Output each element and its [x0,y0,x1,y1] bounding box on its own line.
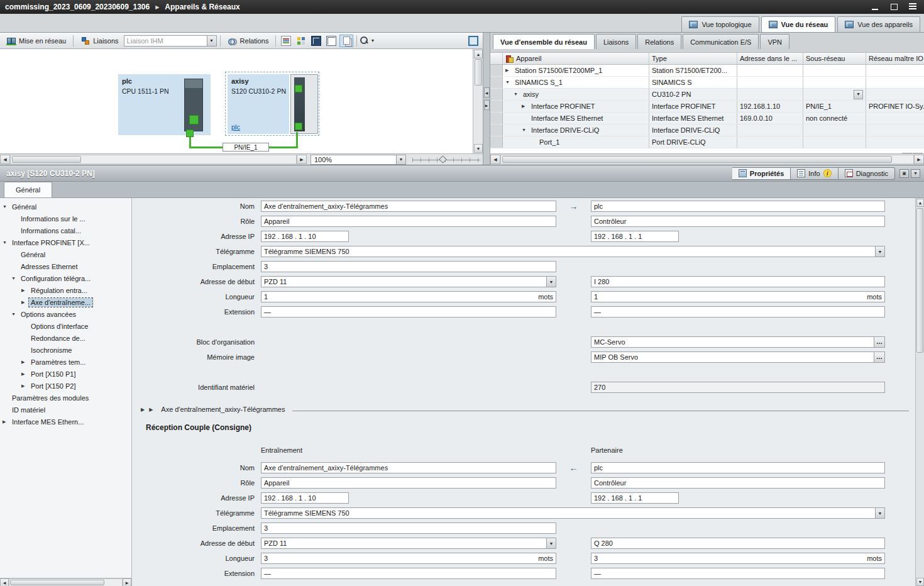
io-master-cell[interactable] [866,124,924,136]
inspector-tab[interactable]: Propriétés i [732,167,791,180]
tree-item[interactable]: Options d'interface [0,320,131,332]
zoom-button[interactable]: ▼ [360,35,374,47]
breadcrumb-project[interactable]: commissing_2023_0609_20230609_1306 [5,3,150,11]
role-input[interactable]: Appareil [261,216,556,227]
emplacement-input[interactable]: 3 [261,261,556,272]
connection-type-combobox[interactable]: Liaison IHM [124,35,217,47]
table-row[interactable]: ▶ Interface PROFINET Interface PROFINET … [490,101,924,113]
collapse-panel-icon[interactable]: ▼ [911,169,920,178]
collapse-left-button[interactable]: ◀ [484,87,490,97]
chevron-down-icon[interactable] [875,508,884,518]
table-row[interactable]: ▼ SINAMICS S_1 SINAMICS S ▼ [490,77,924,89]
zoom-level-combobox[interactable]: 100% [311,155,406,165]
canvas-vertical-scrollbar[interactable]: ▲ ▼ [473,49,483,153]
expander-icon[interactable]: ▶ [3,419,10,424]
device-type-cell[interactable]: SINAMICS S [649,77,737,88]
io-master-cell[interactable] [866,113,924,124]
view-tab[interactable]: Vue du réseau [761,16,836,32]
subnet-cell[interactable]: PN/IE_1 ▼ [803,101,866,112]
breadcrumb-page[interactable]: Appareils & Réseaux [165,3,239,11]
scrollbar-track[interactable] [9,578,123,586]
subnet-dropdown-button[interactable]: ▼ [854,90,863,99]
device-type-cell[interactable]: Interface PROFINET [649,101,737,112]
adresse-debut-combobox[interactable]: PZD 11 [261,276,556,287]
network-mode-button[interactable]: Mise en réseau [3,35,70,47]
scroll-right-button[interactable]: ▶ [297,155,307,164]
scrollbar-track[interactable] [10,155,297,164]
tree-item[interactable]: ▶ Régulation entra... [0,284,131,296]
minimize-icon[interactable] [871,3,880,11]
plc-profinet-port[interactable] [186,130,194,137]
partner-nom-input[interactable]: plc [591,462,885,473]
tab-general[interactable]: Général [4,182,52,197]
tree-item[interactable]: Général [0,248,131,260]
tree-item[interactable]: ▶ Paramètres tem... [0,356,131,368]
emplacement-input[interactable]: 3 [261,522,556,534]
inspector-tab[interactable]: Diagnostic i [839,167,895,180]
network-canvas[interactable]: plc CPU 1511-1 PN axisy S120 CU310-2 PN … [0,49,473,153]
expander-icon[interactable]: ▶ [21,372,29,377]
inspector-tab[interactable]: Info i [791,167,838,180]
device-type-cell[interactable]: Interface DRIVE-CLiQ [649,124,737,136]
tree-item[interactable]: ▶ Interface MES Ethern... [0,416,131,428]
io-master-cell[interactable] [866,77,924,88]
device-name-cell[interactable]: ▶ Station S71500/ET200MP_1 [503,65,649,76]
table-view-button[interactable] [309,35,323,47]
row-indicator[interactable] [490,101,503,112]
grid-view-button[interactable] [324,35,338,47]
row-indicator[interactable] [490,124,503,136]
device-name-cell[interactable]: ▼ Interface DRIVE-CLiQ [503,124,649,136]
partner-ip-address-input[interactable]: 192 . 168 . 1 . 1 [591,231,679,242]
scrollbar-handle[interactable] [12,156,81,163]
device-axisy[interactable]: axisy S120 CU310-2 PN plc [228,74,289,134]
table-row[interactable]: Port_1 Port DRIVE-CLiQ ▼ [490,136,924,148]
address-cell[interactable] [737,124,803,136]
column-header-adresse[interactable]: Adresse dans le ... [737,53,803,64]
longueur-input[interactable]: 3mots [261,553,556,564]
scroll-left-button[interactable]: ◀ [0,155,10,164]
axisy-port-top[interactable] [295,85,302,92]
address-cell[interactable] [737,89,803,100]
bloc-organisation-input[interactable]: MC-Servo [591,336,885,348]
io-master-cell[interactable] [866,65,924,76]
subnet-cell[interactable]: ▼ [803,89,866,100]
row-indicator[interactable] [490,89,503,100]
partner-longueur-input[interactable]: 1mots [591,291,885,302]
chevron-down-icon[interactable] [546,277,556,287]
chevron-right-icon[interactable]: ▶ [141,407,145,412]
column-header-sous-reseau[interactable]: Sous-réseau [803,53,866,64]
overview-tab[interactable]: Relations [637,34,681,49]
scroll-left-button[interactable]: ◀ [0,578,9,586]
scrollbar-handle[interactable] [475,59,482,86]
expander-icon[interactable]: ▼ [514,89,521,100]
row-indicator[interactable] [490,113,503,124]
subnet-cell[interactable]: ▼ [803,124,866,136]
collapse-right-button[interactable]: ▶ [484,100,490,110]
tree-item[interactable]: Paramètres des modules [0,392,131,404]
ip-address-input[interactable]: 192 . 168 . 1 . 10 [261,492,349,504]
scroll-up-button[interactable]: ▲ [916,199,924,207]
device-type-cell[interactable]: Station S71500/ET200... [649,65,737,76]
plc-device-image[interactable] [184,79,203,131]
relations-mode-button[interactable]: Relations [224,35,273,47]
partner-adresse-debut-input[interactable]: Q 280 [591,538,885,549]
tree-item[interactable]: ▼ Interface PROFINET [X... [0,236,131,248]
device-name[interactable]: axisy [228,74,289,85]
telegramme-combobox[interactable]: Télégramme SIEMENS 750 [261,246,885,257]
tree-item[interactable]: ▶ Port [X150 P2] [0,380,131,392]
expander-icon[interactable]: ▼ [11,276,19,280]
table-row[interactable]: ▼ axisy CU310-2 PN ▼ [490,89,924,101]
partner-role-input[interactable]: Contrôleur [591,216,885,227]
connections-mode-button[interactable]: Liaisons [77,35,122,47]
column-header-reseau-maitre[interactable]: Réseau maître IO [866,53,924,64]
scroll-right-button[interactable]: ▶ [123,578,131,586]
scrollbar-handle[interactable] [502,156,892,163]
menu-icon[interactable] [909,3,916,11]
device-name-cell[interactable]: ▼ SINAMICS S_1 [503,77,649,88]
scroll-right-button[interactable]: ▶ [914,155,924,164]
axisy-port-bottom[interactable] [295,123,302,130]
nom-input[interactable]: Axe d'entraînement_axixy-Télégrammes [261,462,556,473]
subnet-label[interactable]: PN/IE_1 [223,143,269,152]
restore-icon[interactable] [890,3,899,11]
row-indicator[interactable] [490,77,503,88]
